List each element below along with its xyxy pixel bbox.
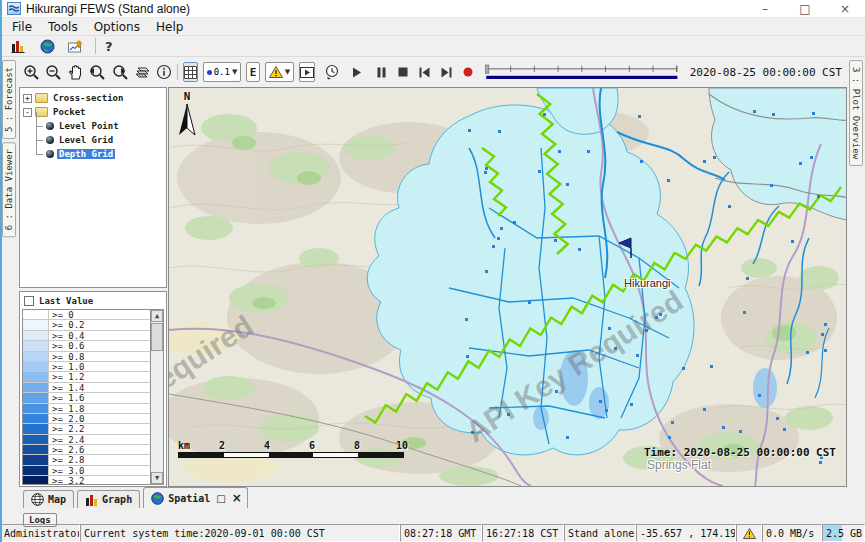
legend-rows: >= 0>= 0.2>= 0.4>= 0.6>= 0.8>= 1.0>= 1.2…: [23, 310, 150, 484]
globe-map-icon[interactable]: [37, 36, 57, 56]
last-value-checkbox[interactable]: [24, 296, 34, 306]
folder-icon: [35, 93, 48, 103]
collapse-icon[interactable]: -: [23, 108, 32, 117]
pan-hand-icon[interactable]: [67, 62, 83, 82]
scale-tick: 10: [396, 440, 408, 451]
legend-color-swatch: [23, 310, 49, 319]
stop-button[interactable]: [396, 62, 409, 82]
legend-row[interactable]: >= 3.2: [23, 476, 150, 484]
legend-row[interactable]: >= 0: [23, 310, 150, 320]
tree-item-label: Cross-section: [51, 93, 125, 103]
legend-row[interactable]: >= 1.0: [23, 362, 150, 372]
maximize-button[interactable]: □: [785, 0, 825, 18]
record-button[interactable]: [461, 62, 474, 82]
chevron-down-icon: ▼: [232, 68, 237, 76]
legend-table: >= 0>= 0.2>= 0.4>= 0.6>= 0.8>= 1.0>= 1.2…: [22, 309, 164, 485]
scrollbar-track[interactable]: [151, 352, 163, 472]
legend-row[interactable]: >= 2.6: [23, 445, 150, 455]
legend-row[interactable]: >= 0.6: [23, 341, 150, 351]
north-label: N: [176, 90, 198, 103]
status-warning-cell[interactable]: [736, 524, 762, 542]
legend-color-swatch: [23, 445, 49, 454]
scale-tick: 6: [309, 440, 315, 451]
close-button[interactable]: ×: [825, 0, 865, 18]
tab-data-viewer[interactable]: 6 : Data Viewer: [2, 142, 16, 237]
tree-item-level-grid[interactable]: Level Grid: [23, 133, 166, 147]
main-toolbar: ?: [0, 36, 865, 57]
time-navigator-icon[interactable]: [324, 62, 340, 82]
play-button[interactable]: [351, 62, 364, 82]
tree-item-pocket[interactable]: - Pocket: [23, 105, 166, 119]
database-explorer-icon[interactable]: [8, 36, 28, 56]
legend-row[interactable]: >= 1.2: [23, 372, 150, 382]
skip-to-end-button[interactable]: [440, 62, 453, 82]
last-value-label: Last Value: [39, 296, 93, 306]
tree-item-level-point[interactable]: Level Point: [23, 119, 166, 133]
legend-row-label: >= 0.4: [49, 331, 85, 340]
legend-row[interactable]: >= 0.8: [23, 352, 150, 362]
menu-tools[interactable]: Tools: [40, 20, 86, 34]
info-icon[interactable]: [156, 62, 172, 82]
tab-forecast[interactable]: 5 : Forecast: [2, 60, 16, 139]
menu-options[interactable]: Options: [86, 20, 148, 34]
zoom-out-icon[interactable]: [45, 62, 62, 82]
legend-color-swatch: [23, 424, 49, 433]
legend-row-label: >= 0.6: [49, 341, 85, 350]
status-memory[interactable]: 2.5 GB: [822, 524, 865, 542]
legend-row[interactable]: >= 1.4: [23, 383, 150, 393]
layers-icon[interactable]: [134, 62, 151, 82]
legend-row-label: >= 0.2: [49, 320, 85, 329]
toolbar-separator: [177, 64, 178, 80]
zoom-next-icon[interactable]: [111, 62, 129, 82]
expand-icon[interactable]: +: [23, 94, 32, 103]
legend-row[interactable]: >= 0.2: [23, 320, 150, 330]
legend-row-label: >= 2.8: [49, 455, 85, 464]
legend-row[interactable]: >= 2.0: [23, 414, 150, 424]
legend-scrollbar[interactable]: ▲ ▼: [150, 310, 163, 484]
legend-row-label: >= 1.4: [49, 383, 85, 392]
tree-item-depth-grid[interactable]: Depth Grid: [23, 147, 166, 161]
legend-row[interactable]: >= 1.6: [23, 393, 150, 403]
legend-button[interactable]: E: [246, 62, 259, 82]
warning-dropdown[interactable]: ▼: [265, 62, 294, 82]
skip-to-start-button[interactable]: [418, 62, 431, 82]
help-button[interactable]: ?: [105, 39, 113, 54]
grid-display-button[interactable]: [183, 62, 198, 82]
scale-bar-segments: [178, 452, 404, 458]
graph-icon: [85, 494, 98, 506]
legend-row[interactable]: >= 0.4: [23, 331, 150, 341]
zoom-previous-icon[interactable]: [88, 62, 106, 82]
tab-plot-overview[interactable]: 3 : Plot Overview: [849, 60, 863, 166]
town-label: Hikurangi: [624, 277, 670, 289]
minimize-button[interactable]: –: [745, 0, 785, 18]
scroll-down-icon[interactable]: ▼: [151, 472, 163, 484]
timeline-slider[interactable]: [485, 59, 679, 85]
pause-button[interactable]: [375, 62, 388, 82]
legend-color-swatch: [23, 372, 49, 381]
legend-color-swatch: [23, 455, 49, 464]
scrollbar-thumb[interactable]: [151, 323, 163, 351]
legend-row[interactable]: >= 3.0: [23, 466, 150, 476]
tab-graph[interactable]: Graph: [77, 490, 140, 508]
legend-row-label: >= 1.8: [49, 404, 85, 413]
legend-row[interactable]: >= 2.4: [23, 435, 150, 445]
north-arrow: N: [176, 90, 198, 141]
menu-file[interactable]: File: [4, 20, 40, 34]
tab-spatial[interactable]: Spatial □ ×: [143, 487, 248, 508]
zoom-in-icon[interactable]: [23, 62, 40, 82]
restore-view-icon[interactable]: □: [216, 493, 225, 504]
close-view-icon[interactable]: ×: [232, 491, 242, 505]
map-view[interactable]: API Key Required API Key Required N km 2…: [168, 87, 847, 487]
animation-button[interactable]: [299, 62, 315, 82]
legend-row[interactable]: >= 2.2: [23, 424, 150, 434]
legend-row[interactable]: >= 2.8: [23, 455, 150, 465]
menu-help[interactable]: Help: [148, 20, 191, 34]
tab-map[interactable]: Map: [23, 490, 74, 508]
right-tab-strip: 3 : Plot Overview: [847, 57, 865, 524]
scroll-up-icon[interactable]: ▲: [151, 310, 163, 322]
spatial-display-icon[interactable]: [66, 36, 86, 56]
threshold-dropdown[interactable]: 0.1 ▼: [203, 62, 242, 82]
legend-color-swatch: [23, 414, 49, 423]
tree-item-cross-section[interactable]: + Cross-section: [23, 91, 166, 105]
legend-row[interactable]: >= 1.8: [23, 404, 150, 414]
